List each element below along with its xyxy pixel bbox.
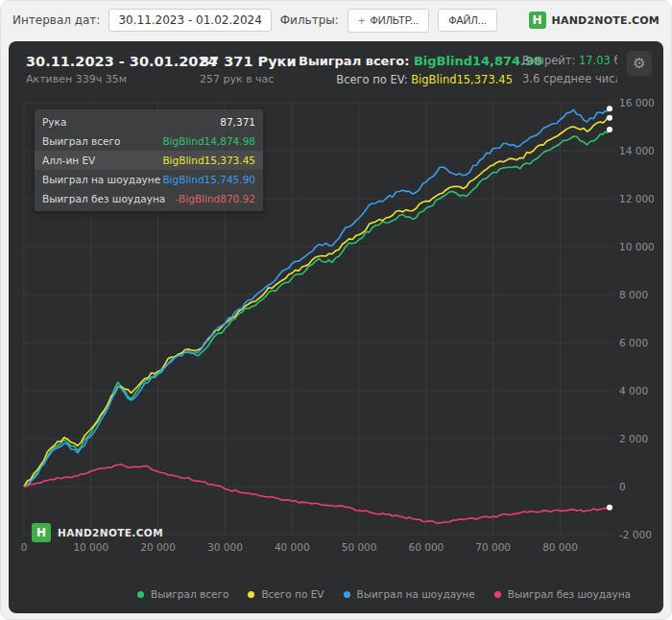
date-interval-label: Интервал дат: bbox=[12, 13, 100, 27]
svg-text:12 000: 12 000 bbox=[619, 193, 655, 204]
tooltip-row-label: Алл-ин EV bbox=[42, 155, 95, 166]
svg-text:6 000: 6 000 bbox=[619, 337, 648, 348]
svg-text:70 000: 70 000 bbox=[475, 541, 511, 553]
brand-link[interactable]: H HAND2NOTE.COM bbox=[529, 12, 660, 29]
file-button-label: ФАЙЛ... bbox=[448, 14, 487, 26]
svg-text:14 000: 14 000 bbox=[619, 145, 655, 156]
hands-count: 87 371 Руки bbox=[200, 54, 299, 69]
svg-text:10 000: 10 000 bbox=[619, 241, 655, 252]
legend-label: Всего по EV bbox=[261, 588, 324, 600]
gear-icon: ⚙ bbox=[633, 55, 645, 72]
svg-text:60 000: 60 000 bbox=[409, 541, 444, 553]
svg-text:30 000: 30 000 bbox=[207, 541, 243, 553]
ev-total-label: Всего по EV: bbox=[336, 73, 407, 86]
svg-text:8 000: 8 000 bbox=[619, 289, 648, 300]
svg-text:16 000: 16 000 bbox=[619, 97, 655, 108]
top-toolbar: Интервал дат: 30.11.2023 - 01.02.2024 Фи… bbox=[1, 1, 671, 39]
active-time: Активен 339ч 35м bbox=[26, 73, 200, 85]
brand-text: HAND2NOTE.COM bbox=[552, 14, 660, 27]
legend-item-showdown[interactable]: Выиграл на шоудауне bbox=[344, 588, 475, 600]
report-panel: 30.11.2023 - 30.01.2024 Активен 339ч 35м… bbox=[9, 41, 663, 613]
avg-tables: 3.6 среднее число с bbox=[522, 72, 617, 85]
plus-icon: + bbox=[358, 14, 366, 27]
file-button[interactable]: ФАЙЛ... bbox=[438, 9, 497, 32]
legend-item-non-showdown[interactable]: Выиграл без шоудауна bbox=[494, 588, 631, 600]
legend-item-won-total[interactable]: Выиграл всего bbox=[137, 588, 228, 600]
report-header: 30.11.2023 - 30.01.2024 Активен 339ч 35м… bbox=[26, 54, 617, 90]
filters-label: Фильтры: bbox=[280, 13, 339, 27]
header-winnings-block: Выиграл всего: BigBlind14,874.98 Всего п… bbox=[299, 54, 513, 86]
winrate-unit: бб/1 bbox=[614, 54, 617, 67]
date-range-picker[interactable]: 30.11.2023 - 01.02.2024 bbox=[108, 9, 271, 32]
chart-legend: Выиграл всего Всего по EV Выиграл на шоу… bbox=[57, 588, 663, 600]
tooltip-row-label: Рука bbox=[42, 116, 66, 128]
hands-per-hour: 257 рук в час bbox=[200, 73, 299, 85]
winrate-value: 17.03 bbox=[579, 54, 611, 67]
tooltip-row-label: Выиграл всего bbox=[42, 135, 120, 147]
header-hands-block: 87 371 Руки 257 рук в час bbox=[200, 54, 299, 85]
legend-item-ev-total[interactable]: Всего по EV bbox=[248, 588, 324, 600]
svg-text:2 000: 2 000 bbox=[619, 433, 648, 444]
legend-dot-pink bbox=[494, 591, 501, 598]
ev-total-line: Всего по EV: BigBlind15,373.45 bbox=[299, 73, 513, 86]
app-window: Интервал дат: 30.11.2023 - 01.02.2024 Фи… bbox=[0, 0, 672, 620]
watermark-text: HAND2NOTE.COM bbox=[58, 527, 163, 538]
svg-text:4 000: 4 000 bbox=[619, 385, 648, 396]
tooltip-row-label: Выиграл на шоудауне bbox=[42, 174, 160, 185]
tooltip-row-value: BigBlind14,874.98 bbox=[162, 135, 255, 147]
chart-tooltip: Рука87,371Выиграл всегоBigBlind14,874.98… bbox=[35, 109, 263, 211]
won-total-line: Выиграл всего: BigBlind14,874.98 bbox=[299, 54, 513, 68]
header-date-block: 30.11.2023 - 30.01.2024 Активен 339ч 35м bbox=[26, 54, 200, 85]
date-range-value: 30.11.2023 - 01.02.2024 bbox=[118, 13, 261, 27]
tooltip-row-value: -BigBlind870.92 bbox=[176, 193, 255, 204]
tooltip-row-value: 87,371 bbox=[220, 116, 255, 128]
hand2note-logo-icon: H bbox=[529, 12, 546, 29]
legend-label: Выиграл на шоудауне bbox=[357, 588, 475, 600]
tooltip-row-value: BigBlind15,373.45 bbox=[162, 155, 255, 166]
legend-dot-green bbox=[137, 591, 144, 598]
header-winrate-block: Винрейт: 17.03 бб/1 3.6 среднее число с bbox=[513, 54, 617, 90]
tooltip-row: Рука87,371 bbox=[35, 112, 263, 131]
won-total-label: Выиграл всего: bbox=[299, 54, 409, 68]
report-date-range: 30.11.2023 - 30.01.2024 bbox=[26, 54, 200, 69]
tooltip-row: Выиграл без шоудауна-BigBlind870.92 bbox=[35, 189, 263, 208]
svg-text:40 000: 40 000 bbox=[275, 541, 310, 553]
settings-button[interactable]: ⚙ bbox=[627, 51, 652, 76]
svg-text:20 000: 20 000 bbox=[140, 541, 176, 553]
ev-total-value: BigBlind15,373.45 bbox=[411, 73, 513, 86]
svg-text:10 000: 10 000 bbox=[73, 541, 108, 553]
legend-dot-yellow bbox=[248, 591, 254, 598]
legend-label: Выиграл всего bbox=[151, 588, 228, 600]
winrate-line: Винрейт: 17.03 бб/1 bbox=[522, 54, 617, 67]
tooltip-row: Алл-ин EVBigBlind15,373.45 bbox=[35, 151, 263, 170]
svg-text:0: 0 bbox=[21, 541, 28, 553]
hand2note-watermark-icon: H bbox=[32, 523, 51, 542]
watermark: H HAND2NOTE.COM bbox=[32, 523, 163, 542]
svg-text:-2 000: -2 000 bbox=[619, 529, 652, 540]
tooltip-row-label: Выиграл без шоудауна bbox=[42, 193, 165, 204]
add-filter-button[interactable]: + ФИЛЬТР... bbox=[348, 9, 429, 33]
tooltip-row: Выиграл на шоудаунеBigBlind15,745.90 bbox=[35, 170, 263, 189]
legend-label: Выиграл без шоудауна bbox=[508, 588, 631, 600]
add-filter-label: ФИЛЬТР... bbox=[370, 14, 419, 26]
tooltip-row-value: BigBlind15,745.90 bbox=[162, 174, 255, 185]
tooltip-row: Выиграл всегоBigBlind14,874.98 bbox=[35, 131, 263, 151]
svg-text:0: 0 bbox=[619, 481, 626, 492]
legend-dot-blue bbox=[344, 591, 350, 598]
winrate-label: Винрейт: bbox=[522, 54, 575, 67]
svg-text:80 000: 80 000 bbox=[542, 541, 578, 553]
svg-text:50 000: 50 000 bbox=[342, 541, 377, 553]
